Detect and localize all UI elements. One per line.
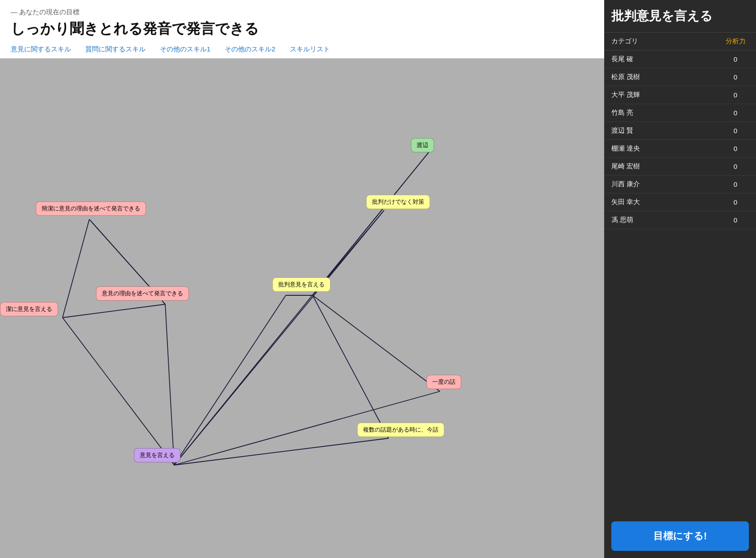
student-name: 棚瀬 達央 bbox=[611, 144, 722, 153]
svg-line-0 bbox=[63, 318, 174, 465]
student-score: 0 bbox=[722, 55, 749, 63]
student-score: 0 bbox=[722, 109, 749, 117]
svg-line-14 bbox=[313, 152, 429, 295]
tab-bar: 意見に関するスキル 質問に関するスキル その他のスキル1 その他のスキル2 スキ… bbox=[11, 45, 593, 58]
node-green-top[interactable]: 渡辺 bbox=[411, 138, 434, 152]
graph-area: 簡潔に意見の理由を述べて発言できる 意見の理由を述べて発言できる 批判だけでなく… bbox=[0, 59, 604, 558]
node-reason[interactable]: 意見の理由を述べて発言できる bbox=[96, 286, 189, 301]
tab-other-skills-1[interactable]: その他のスキル1 bbox=[160, 45, 210, 58]
student-score: 0 bbox=[722, 216, 749, 224]
student-score: 0 bbox=[722, 163, 749, 170]
student-row[interactable]: 川西 康介0 bbox=[604, 176, 756, 193]
goal-button[interactable]: 目標にする! bbox=[611, 521, 749, 551]
node-concise-reason[interactable]: 簡潔に意見の理由を述べて発言できる bbox=[36, 201, 146, 216]
student-row[interactable]: 棚瀬 達央0 bbox=[604, 140, 756, 158]
student-score: 0 bbox=[722, 180, 749, 188]
student-score: 0 bbox=[722, 198, 749, 206]
graph-svg bbox=[0, 59, 604, 558]
tab-opinion-skills[interactable]: 意見に関するスキル bbox=[11, 45, 71, 58]
student-name: 松原 茂樹 bbox=[611, 73, 722, 81]
student-name: 尾崎 宏樹 bbox=[611, 162, 722, 171]
student-name: 長尾 確 bbox=[611, 55, 722, 63]
node-criticism-measure[interactable]: 批判だけでなく対策 bbox=[366, 195, 430, 209]
left-panel: あなたの現在の目標 しっかり聞きとれる発音で発言できる 意見に関するスキル 質問… bbox=[0, 0, 604, 558]
student-name: 大平 茂輝 bbox=[611, 91, 722, 99]
student-row[interactable]: 尾崎 宏樹0 bbox=[604, 158, 756, 176]
svg-line-13 bbox=[313, 295, 388, 438]
student-row[interactable]: 馮 思萌0 bbox=[604, 211, 756, 229]
svg-line-8 bbox=[63, 304, 165, 318]
student-row[interactable]: 渡辺 賢0 bbox=[604, 122, 756, 140]
svg-line-2 bbox=[174, 295, 286, 465]
right-panel: 批判意見を言える カテゴリ 分析力 長尾 確0松原 茂樹0大平 茂輝0竹島 亮0… bbox=[604, 0, 756, 558]
col-score-header: 分析力 bbox=[722, 37, 749, 46]
svg-line-12 bbox=[313, 295, 440, 391]
student-score: 0 bbox=[722, 145, 749, 152]
student-list: 長尾 確0松原 茂樹0大平 茂輝0竹島 亮0渡辺 賢0棚瀬 達央0尾崎 宏樹0川… bbox=[604, 50, 756, 229]
student-row[interactable]: 松原 茂樹0 bbox=[604, 68, 756, 86]
student-name: 馮 思萌 bbox=[611, 216, 722, 224]
header: あなたの現在の目標 しっかり聞きとれる発音で発言できる 意見に関するスキル 質問… bbox=[0, 0, 604, 59]
svg-line-10 bbox=[63, 219, 89, 318]
node-concise-opinion[interactable]: 潔に意見を言える bbox=[0, 302, 58, 316]
tab-question-skills[interactable]: 質問に関するスキル bbox=[85, 45, 146, 58]
student-name: 竹島 亮 bbox=[611, 109, 722, 117]
node-multiple-topics[interactable]: 複数の話題がある時に、今話 bbox=[357, 423, 444, 437]
student-row[interactable]: 竹島 亮0 bbox=[604, 104, 756, 122]
node-criticism-opinion[interactable]: 批判意見を言える bbox=[272, 277, 330, 292]
student-score: 0 bbox=[722, 127, 749, 134]
goal-label: あなたの現在の目標 bbox=[11, 8, 593, 17]
student-row[interactable]: 大平 茂輝0 bbox=[604, 86, 756, 104]
student-name: 渡辺 賢 bbox=[611, 126, 722, 135]
student-name: 矢田 幸大 bbox=[611, 198, 722, 206]
student-name: 川西 康介 bbox=[611, 180, 722, 189]
node-say-opinion[interactable]: 意見を言える bbox=[134, 448, 180, 462]
student-score: 0 bbox=[722, 91, 749, 99]
svg-line-1 bbox=[165, 304, 174, 465]
student-row[interactable]: 長尾 確0 bbox=[604, 50, 756, 68]
svg-line-5 bbox=[174, 438, 388, 465]
tab-skill-list[interactable]: スキルリスト bbox=[290, 45, 330, 58]
col-name-header: カテゴリ bbox=[611, 37, 722, 46]
right-panel-title: 批判意見を言える bbox=[604, 0, 756, 33]
student-score: 0 bbox=[722, 73, 749, 81]
node-once[interactable]: 一度の話 bbox=[426, 375, 461, 389]
page-title: しっかり聞きとれる発音で発言できる bbox=[11, 19, 593, 39]
table-header: カテゴリ 分析力 bbox=[604, 33, 756, 50]
tab-other-skills-2[interactable]: その他のスキル2 bbox=[225, 45, 275, 58]
student-row[interactable]: 矢田 幸大0 bbox=[604, 193, 756, 211]
